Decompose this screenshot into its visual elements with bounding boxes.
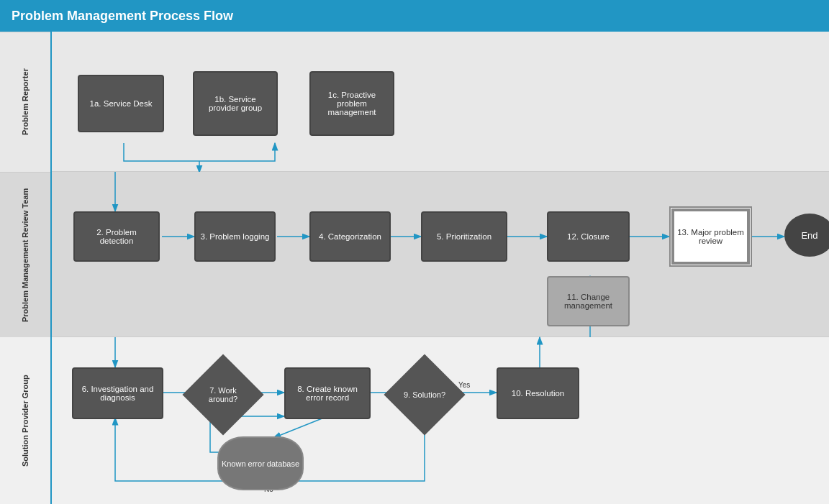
node-5: 5. Prioritization xyxy=(421,211,507,262)
lane-label-1: Problem Reporter xyxy=(0,32,50,172)
lane3-arrows: Yes No xyxy=(52,337,829,504)
node-1c: 1c. Proactive problem management xyxy=(309,71,394,136)
title-bar: Problem Management Process Flow xyxy=(0,0,829,32)
lane-label-2: Problem Management Review Team xyxy=(0,172,50,337)
node-8: 8. Create known error record xyxy=(284,367,371,419)
lane-label-3: Solution Provider Group xyxy=(0,337,50,504)
node-9: 9. Solution? xyxy=(384,354,465,435)
node-end: End xyxy=(784,214,829,257)
node-12: 12. Closure xyxy=(547,211,630,262)
lane-row-3: Yes No 6. Investigation and diagnosis 7.… xyxy=(52,337,829,504)
node-4: 4. Categorization xyxy=(309,211,391,262)
diagram-area: 1a. Service Desk 1b. Service provider gr… xyxy=(52,32,829,504)
node-6: 6. Investigation and diagnosis xyxy=(72,367,163,419)
node-11: 11. Change management xyxy=(547,276,630,326)
main-content: Problem Reporter Problem Management Revi… xyxy=(0,32,829,504)
node-13: 13. Major problem review xyxy=(669,206,752,267)
lane1-arrows xyxy=(52,32,829,171)
lane-row-2: 2. Problem detection 3. Problem logging … xyxy=(52,172,829,337)
lane-labels: Problem Reporter Problem Management Revi… xyxy=(0,32,52,504)
svg-line-16 xyxy=(273,418,324,438)
node-1a: 1a. Service Desk xyxy=(78,75,164,132)
node-7: 7. Work around? xyxy=(182,354,263,435)
node-1b: 1b. Service provider group xyxy=(193,71,278,136)
node-10: 10. Resolution xyxy=(497,367,579,419)
page-title: Problem Management Process Flow xyxy=(12,9,233,24)
svg-text:Yes: Yes xyxy=(458,381,470,389)
node-kedb: Known error database xyxy=(217,436,304,490)
node-2: 2. Problem detection xyxy=(73,211,160,262)
lane-row-1: 1a. Service Desk 1b. Service provider gr… xyxy=(52,32,829,172)
node-3: 3. Problem logging xyxy=(194,211,276,262)
